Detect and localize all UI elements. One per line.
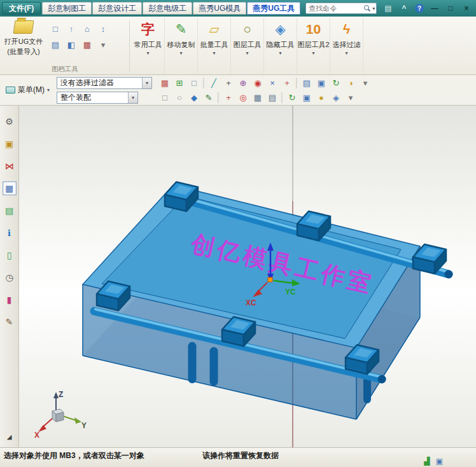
export-part-icon[interactable]: ↑ [64, 22, 78, 36]
menu-monitor-icon [6, 87, 15, 94]
tab-pengyi-electrode[interactable]: 彭意电级工 [143, 2, 192, 15]
search-dropdown-icon[interactable] [372, 6, 375, 11]
ribbon-button-icon: ▱ [209, 20, 219, 39]
resource-bar: ⚙▣⋈▦▤ℹ▯◷▮✎◢ [0, 106, 19, 447]
reuse-library-icon[interactable]: ▤ [3, 204, 17, 218]
tab-pengyi-drafting[interactable]: 彭意制图工 [42, 2, 92, 15]
sidebar-expand-icon[interactable]: ◢ [3, 429, 17, 443]
web-browser-icon[interactable]: ℹ [3, 226, 17, 240]
selection-scope-combo[interactable]: 整个装配 [57, 92, 138, 104]
search-icon[interactable] [364, 5, 371, 12]
xc-axis-label: XC [246, 298, 256, 307]
snap-circle-icon[interactable]: ◉ [251, 76, 265, 89]
mold-plate-model[interactable] [83, 182, 453, 419]
print-icon[interactable]: ▦ [80, 38, 94, 52]
snap-center-icon[interactable]: ⊕ [236, 76, 250, 89]
csys-icon[interactable]: + [221, 91, 235, 104]
dropdown-arrow-icon[interactable] [246, 50, 248, 56]
notes-icon[interactable]: ▯ [3, 248, 17, 262]
home-dir-icon[interactable]: ⌂ [80, 22, 94, 36]
rotate-view-icon[interactable]: ↻ [329, 76, 343, 89]
calculator-icon[interactable]: ▤ [265, 91, 279, 104]
save-part-icon[interactable]: ▤ [48, 38, 62, 52]
view-window-icon[interactable]: ▣ [314, 76, 328, 89]
select-filter-button[interactable]: ϟ 选择过滤 [330, 18, 363, 74]
constraint-navigator-icon[interactable]: ⋈ [3, 159, 17, 173]
network-status-icon[interactable]: ▟ [424, 457, 430, 466]
minimize-ribbon-icon[interactable]: ^ [396, 3, 412, 14]
ribbon-layout-icon[interactable]: ▤ [381, 3, 396, 14]
window-select-icon[interactable]: □ [187, 76, 201, 89]
dropdown-arrow-icon[interactable] [279, 50, 281, 56]
pencil-icon[interactable]: ✎ [202, 91, 216, 104]
close-icon[interactable]: × [459, 3, 474, 14]
lasso-select-icon[interactable]: ○ [172, 91, 186, 104]
target-point-icon[interactable]: ◎ [236, 91, 250, 104]
grid-table-icon[interactable]: ▦ [251, 91, 265, 104]
snapshot-icon[interactable]: ▣ [300, 91, 314, 104]
iso-cube-icon[interactable]: ◆ [187, 91, 201, 104]
status-operation-text: 该操作将重置恢复数据 [202, 450, 279, 461]
move-copy-button[interactable]: ✎ 移动复制 [165, 18, 198, 74]
selection-filter-combo[interactable]: 没有选择过滤器 [57, 77, 152, 89]
layer-tools2-button[interactable]: 10 图层工具2 [297, 18, 330, 74]
add-component-icon[interactable]: ⊞ [172, 76, 186, 89]
common-tools-button[interactable]: 字 常用工具 [132, 18, 165, 74]
transfer-icon[interactable]: ↕ [96, 22, 110, 36]
dropdown-arrow-icon[interactable] [146, 50, 149, 56]
snap-intersection-icon[interactable]: × [265, 76, 279, 89]
graphics-viewport[interactable]: 创亿模具工作室 XC YC [19, 106, 476, 447]
open-part-icon[interactable]: □ [48, 22, 62, 36]
command-search-input[interactable] [309, 4, 363, 12]
palette-icon[interactable]: ▮ [3, 293, 17, 307]
ribbon-button-icon: ◈ [275, 20, 285, 39]
status-icons: ▟▣ [424, 457, 443, 466]
roles-gear-icon[interactable]: ⚙ [3, 115, 17, 129]
minimize-icon[interactable]: — [427, 3, 442, 14]
separator: │ [280, 91, 284, 104]
shaded-sphere-icon[interactable]: ◑ [344, 76, 358, 89]
ribbon-separator [129, 20, 130, 72]
orient-sphere-icon[interactable]: ● [314, 91, 328, 104]
part-navigator-icon[interactable]: ▦ [3, 181, 17, 195]
snap-quadrant-icon[interactable]: + [280, 76, 294, 89]
open-ug-file-button[interactable]: 打开UG文件 (批量导入) [3, 18, 45, 64]
brush-icon[interactable]: ✎ [3, 315, 17, 329]
tab-yanxiu-tools[interactable]: 燕秀UG工具 [247, 2, 300, 15]
menu-button[interactable]: 菜单(M) [2, 83, 53, 97]
dropdown-arrow-icon[interactable] [179, 50, 182, 56]
file-menu-button[interactable]: 文件(F) [2, 2, 41, 15]
measure-icon[interactable]: ◈ [329, 91, 343, 104]
refresh-icon[interactable]: ↻ [285, 91, 299, 104]
display-panel-icon[interactable]: ▤ [300, 76, 314, 89]
row2-more-icon[interactable]: ▾ [344, 91, 358, 104]
dropdown-arrow-icon[interactable] [312, 50, 314, 56]
combo-dropdown-icon[interactable] [128, 92, 137, 103]
assembly-navigator-icon[interactable]: ▣ [3, 137, 17, 151]
snap-point-icon[interactable]: + [221, 76, 235, 89]
tab-yanxiu-mold[interactable]: 燕秀UG模具 [193, 2, 246, 15]
profile-line-icon[interactable]: ╱ [207, 76, 221, 89]
clipboard-status-icon[interactable]: ▣ [436, 457, 443, 466]
grid-snap-icon[interactable]: ▦ [158, 76, 172, 89]
tab-pengyi-design[interactable]: 彭意设计工 [92, 2, 142, 15]
rect-select-icon[interactable]: □ [158, 91, 172, 104]
status-prompt-text: 选择对象并使用 MB3，或者双击某一对象 [4, 450, 144, 461]
ribbon-button-label: 图层工具2 [297, 40, 329, 50]
dropdown-arrow-icon[interactable] [213, 50, 215, 56]
ribbon-button-icon: ○ [243, 20, 251, 39]
maximize-icon[interactable]: □ [443, 3, 458, 14]
combo-dropdown-icon[interactable] [142, 78, 151, 88]
batch-tools-button[interactable]: ▱ 批量工具 [198, 18, 231, 74]
compare-part-icon[interactable]: ◧ [64, 38, 78, 52]
more-doc-tools-icon[interactable]: ▾ [96, 38, 110, 52]
layer-tools-button[interactable]: ○ 图层工具 [231, 18, 264, 74]
dropdown-arrow-icon[interactable] [345, 50, 347, 56]
row1-more-icon[interactable]: ▾ [358, 76, 372, 89]
selection-combos: 没有选择过滤器 整个装配 [57, 77, 152, 104]
3d-model-view[interactable]: 创亿模具工作室 XC YC [19, 106, 476, 447]
yc-axis-label: YC [285, 288, 296, 296]
history-clock-icon[interactable]: ◷ [3, 270, 17, 284]
hide-tools-button[interactable]: ◈ 隐藏工具 [264, 18, 297, 74]
help-icon[interactable]: ? [415, 4, 424, 13]
